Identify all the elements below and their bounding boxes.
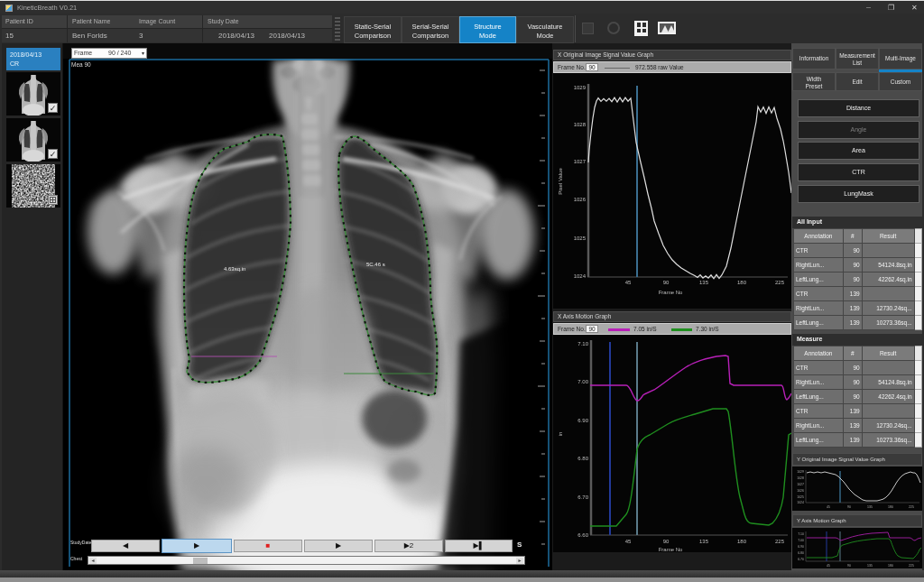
svg-text:5C.46 s: 5C.46 s <box>366 262 385 267</box>
svg-text:90: 90 <box>663 539 670 544</box>
svg-text:1026: 1026 <box>574 197 587 202</box>
svg-text:7.10: 7.10 <box>578 341 588 346</box>
svg-text:135: 135 <box>867 564 873 568</box>
svg-text:180: 180 <box>888 505 893 509</box>
svg-text:in: in <box>558 432 563 437</box>
svg-text:6.70: 6.70 <box>578 494 588 500</box>
svg-text:1028: 1028 <box>797 476 804 480</box>
svg-text:7.10: 7.10 <box>798 532 804 536</box>
svg-text:45: 45 <box>625 539 632 544</box>
svg-text:6.80: 6.80 <box>578 456 588 461</box>
svg-text:135: 135 <box>699 539 709 544</box>
svg-text:7.00: 7.00 <box>798 539 804 542</box>
svg-text:225: 225 <box>775 539 785 544</box>
svg-text:90: 90 <box>847 505 851 509</box>
svg-text:1029: 1029 <box>574 85 587 90</box>
svg-text:6.60: 6.60 <box>578 532 588 538</box>
svg-text:7.00: 7.00 <box>578 379 588 384</box>
svg-text:1027: 1027 <box>797 483 804 486</box>
svg-text:1027: 1027 <box>574 159 587 164</box>
svg-text:Pixel Value: Pixel Value <box>558 168 563 195</box>
svg-text:90: 90 <box>663 280 670 285</box>
svg-text:1025: 1025 <box>574 236 587 241</box>
svg-text:45: 45 <box>827 505 830 509</box>
svg-text:Mea 90: Mea 90 <box>71 61 91 68</box>
svg-text:135: 135 <box>867 505 873 509</box>
svg-text:4.63sq.in: 4.63sq.in <box>224 266 245 272</box>
svg-text:225: 225 <box>775 280 785 285</box>
svg-text:6.70: 6.70 <box>798 558 804 561</box>
svg-text:1025: 1025 <box>797 495 804 499</box>
svg-text:225: 225 <box>909 505 914 509</box>
svg-text:45: 45 <box>625 280 632 285</box>
svg-text:Frame No: Frame No <box>659 290 683 295</box>
svg-text:45: 45 <box>827 564 830 568</box>
svg-text:180: 180 <box>737 539 747 544</box>
svg-text:1029: 1029 <box>797 470 804 474</box>
svg-text:225: 225 <box>909 564 914 568</box>
svg-text:1024: 1024 <box>797 501 804 504</box>
svg-text:90: 90 <box>847 564 851 568</box>
svg-text:1028: 1028 <box>574 122 587 127</box>
svg-text:Frame No: Frame No <box>659 547 683 552</box>
svg-text:1026: 1026 <box>797 489 804 493</box>
svg-text:1024: 1024 <box>574 273 587 279</box>
svg-text:6.90: 6.90 <box>578 418 588 423</box>
svg-text:180: 180 <box>737 280 747 285</box>
svg-text:6.80: 6.80 <box>798 551 804 555</box>
svg-text:135: 135 <box>699 280 709 285</box>
svg-text:6.90: 6.90 <box>798 545 804 549</box>
svg-text:180: 180 <box>888 564 893 568</box>
